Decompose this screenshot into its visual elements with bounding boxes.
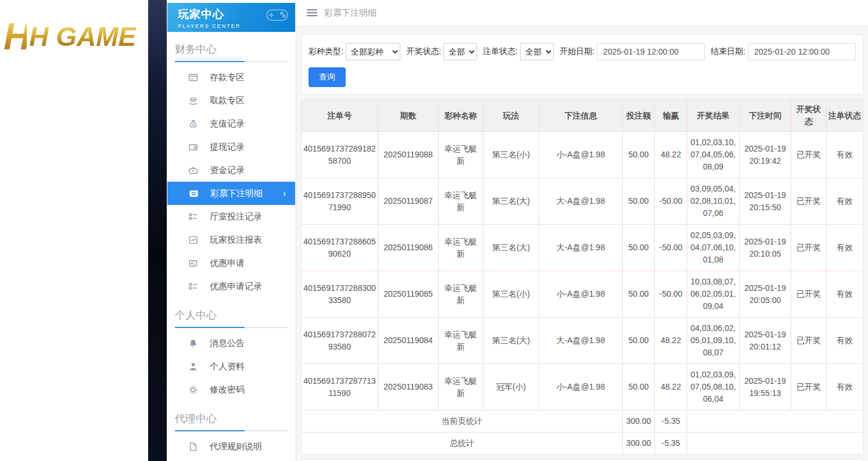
sidebar-item-label: 厅室投注记录 bbox=[210, 211, 262, 222]
table-cell: 有效 bbox=[826, 178, 863, 225]
sidebar-section-title: 个人中心 bbox=[175, 308, 288, 322]
table-cell: 50.00 bbox=[622, 271, 655, 318]
table-cell: 50.00 bbox=[622, 364, 655, 410]
sidebar-item-资金记录[interactable]: 资金记录 bbox=[167, 159, 296, 182]
table-row: 40156917372889507199020250119087幸运飞艇新第三名… bbox=[302, 178, 863, 225]
summary-label: 总统计 bbox=[302, 433, 622, 455]
section-divider bbox=[175, 430, 288, 431]
table-cell: 2025-01-19 20:19:42 bbox=[740, 132, 791, 178]
deposit-card-icon bbox=[188, 72, 198, 82]
table-cell: 已开奖 bbox=[791, 364, 827, 410]
sidebar-item-label: 个人资料 bbox=[210, 361, 245, 372]
column-header: 注单状态 bbox=[826, 100, 863, 132]
table-cell: 大-A盘@1.98 bbox=[539, 318, 623, 364]
sidebar-item-消息公告[interactable]: 消息公告 bbox=[167, 332, 296, 355]
table-cell: 50.00 bbox=[622, 178, 655, 225]
sidebar-item-label: 资金记录 bbox=[210, 165, 245, 176]
table-cell: 第三名(大) bbox=[483, 318, 539, 364]
table-cell: 03,09,05,04,02,08,10,01,07,06 bbox=[687, 178, 740, 225]
sidebar-item-玩家投注报表[interactable]: 玩家投注报表 bbox=[167, 228, 296, 251]
table-cell: 401569173728860590620 bbox=[302, 225, 378, 271]
end-date-label: 结束日期: bbox=[711, 46, 745, 57]
table-cell: -50.00 bbox=[655, 225, 687, 271]
sidebar-item-代理团队统计[interactable]: 代理团队统计 bbox=[167, 458, 296, 461]
order-status-select[interactable]: 全部 bbox=[520, 43, 554, 60]
table-cell: 20250119085 bbox=[378, 271, 438, 318]
table-cell: 20250119087 bbox=[378, 178, 438, 225]
topbar: 彩票下注明细 bbox=[296, 0, 868, 26]
start-date-input[interactable] bbox=[597, 43, 705, 60]
table-cell: 401569173728771311590 bbox=[302, 364, 378, 410]
search-button[interactable]: 查询 bbox=[309, 67, 346, 87]
menu-toggle-icon[interactable] bbox=[307, 8, 317, 18]
table-cell: 04,03,06,02,05,01,09,10,08,07 bbox=[687, 318, 740, 364]
sidebar-item-label: 存款专区 bbox=[210, 72, 245, 83]
table-cell: 2025-01-19 20:01:12 bbox=[740, 318, 791, 364]
sidebar: 玩家中心 PLAYERS CENTER 财务中心存款专区取款专区充值记录提现记录… bbox=[167, 0, 296, 461]
draw-status-select[interactable]: 全部 bbox=[443, 43, 477, 60]
table-cell: 20250119088 bbox=[378, 132, 438, 178]
section-divider bbox=[175, 327, 288, 328]
report-icon bbox=[188, 235, 198, 245]
page: H H GAME 玩家中心 PLAYERS CENTER 财务中心存款专区取款专… bbox=[0, 0, 868, 461]
sidebar-item-label: 提现记录 bbox=[210, 142, 245, 153]
table-cell: 第三名(大) bbox=[483, 225, 539, 271]
sidebar-item-优惠申请[interactable]: 优惠申请 bbox=[167, 251, 296, 275]
moneybag-icon bbox=[188, 118, 198, 129]
sidebar-item-个人资料[interactable]: 个人资料 bbox=[167, 355, 296, 378]
table-cell: 大-A盘@1.98 bbox=[539, 225, 623, 271]
table-cell: 2025-01-19 20:15:50 bbox=[740, 178, 791, 225]
withdraw-hand-icon bbox=[188, 95, 198, 106]
sidebar-item-存款专区[interactable]: 存款专区 bbox=[167, 66, 296, 89]
background-strip bbox=[148, 0, 167, 461]
table-cell: 01,02,03,10,07,04,05,06,08,09 bbox=[687, 132, 740, 178]
ticket-icon bbox=[188, 188, 199, 199]
bet-table-panel: 注单号期数彩种名称玩法下注信息投注额输赢开奖结果下注时间开奖状态注单状态4015… bbox=[301, 99, 863, 455]
table-cell: 幸运飞艇新 bbox=[439, 132, 483, 178]
summary-empty bbox=[687, 410, 863, 433]
sidebar-item-代理规则说明[interactable]: 代理规则说明 bbox=[167, 435, 296, 458]
start-date-label: 开始日期: bbox=[559, 46, 594, 57]
sidebar-item-取款专区[interactable]: 取款专区 bbox=[167, 89, 296, 112]
column-header: 注单号 bbox=[302, 100, 378, 132]
summary-row: 总统计300.00-5.35 bbox=[302, 433, 863, 455]
end-date-input[interactable] bbox=[748, 43, 856, 60]
summary-label: 当前页统计 bbox=[302, 410, 622, 433]
table-cell: 401569173728918258700 bbox=[302, 132, 378, 178]
summary-winloss-total: -5.35 bbox=[655, 433, 687, 455]
column-header: 开奖结果 bbox=[687, 100, 740, 132]
sidebar-item-提现记录[interactable]: 提现记录 bbox=[167, 135, 296, 159]
draw-status-label: 开奖状态: bbox=[406, 46, 441, 57]
sidebar-item-修改密码[interactable]: 修改密码 bbox=[167, 378, 296, 401]
chevron-right-icon: › bbox=[283, 188, 286, 199]
table-cell: 幸运飞艇新 bbox=[439, 178, 483, 225]
column-header: 投注额 bbox=[622, 100, 655, 132]
sidebar-section-title: 代理中心 bbox=[175, 412, 288, 426]
coupon-icon bbox=[188, 258, 198, 268]
table-cell: 01,02,03,09,07,05,08,10,06,04 bbox=[687, 364, 740, 410]
sidebar-item-厅室投注记录[interactable]: 厅室投注记录 bbox=[167, 205, 296, 228]
sidebar-section-title: 财务中心 bbox=[175, 42, 288, 56]
table-header-row: 注单号期数彩种名称玩法下注信息投注额输赢开奖结果下注时间开奖状态注单状态 bbox=[302, 100, 863, 132]
wallet-icon bbox=[188, 142, 198, 152]
sidebar-item-优惠申请记录[interactable]: 优惠申请记录 bbox=[167, 275, 296, 298]
summary-winloss-total: -5.35 bbox=[655, 410, 687, 433]
table-cell: 有效 bbox=[826, 364, 863, 410]
sidebar-item-彩票下注明细[interactable]: 彩票下注明细› bbox=[167, 182, 295, 205]
players-center-header: 玩家中心 PLAYERS CENTER bbox=[167, 3, 295, 32]
table-cell: 20250119084 bbox=[378, 318, 438, 364]
table-cell: 第三名(大) bbox=[483, 178, 539, 225]
table-cell: 401569173728807293580 bbox=[302, 318, 378, 364]
table-cell: 已开奖 bbox=[791, 225, 827, 271]
table-cell: 有效 bbox=[826, 318, 863, 364]
lottery-type-label: 彩种类型: bbox=[309, 46, 343, 57]
table-cell: 幸运飞艇新 bbox=[439, 318, 483, 364]
filter-panel: 彩种类型: 全部彩种 开奖状态: 全部 注单状态: 全部 开始日期: 结束日期:… bbox=[301, 34, 863, 95]
summary-empty bbox=[687, 433, 863, 455]
sidebar-item-充值记录[interactable]: 充值记录 bbox=[167, 112, 296, 135]
table-row: 40156917372880729358020250119084幸运飞艇新第三名… bbox=[302, 318, 863, 364]
table-cell: 2025-01-19 20:10:05 bbox=[740, 225, 791, 271]
person-icon bbox=[188, 361, 198, 372]
lottery-type-select[interactable]: 全部彩种 bbox=[346, 43, 401, 60]
sidebar-item-label: 代理规则说明 bbox=[210, 441, 262, 452]
